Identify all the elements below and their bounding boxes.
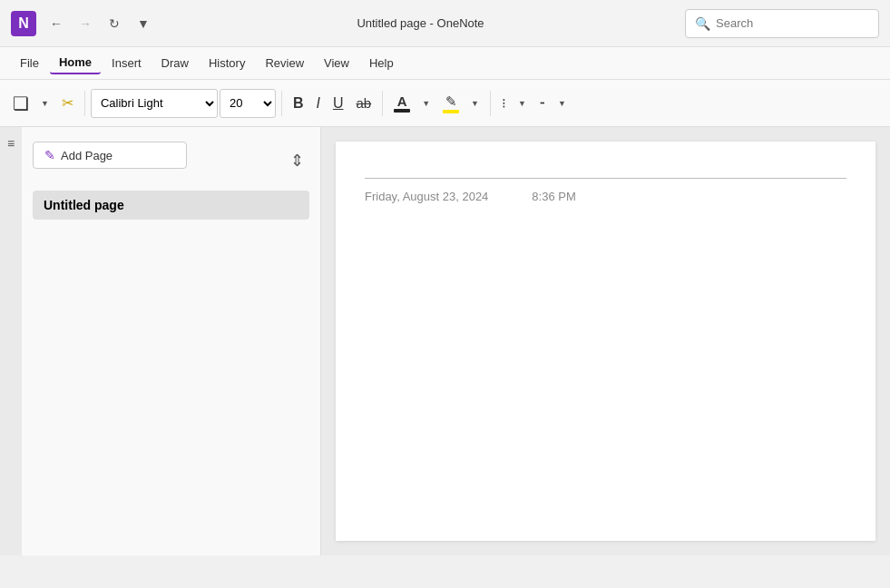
note-title-line bbox=[365, 171, 846, 179]
font-size-select[interactable]: 20 891011 12141618 242836 bbox=[220, 89, 276, 118]
separator-4 bbox=[490, 91, 491, 116]
highlight-dropdown-icon: ▼ bbox=[471, 99, 479, 108]
collapse-bar: ≡ bbox=[0, 127, 22, 555]
window-title: Untitled page - OneNote bbox=[163, 16, 678, 30]
font-color-group: A ▼ bbox=[388, 88, 435, 119]
bold-icon: B bbox=[293, 95, 304, 112]
clipboard-group: ❏ ▼ bbox=[7, 88, 54, 119]
bullets-icon: ⁝ bbox=[502, 95, 506, 112]
menu-history[interactable]: History bbox=[200, 53, 254, 74]
highlight-group: ✎ ▼ bbox=[437, 88, 484, 119]
menu-review[interactable]: Review bbox=[256, 53, 313, 74]
forward-button[interactable]: → bbox=[73, 11, 98, 36]
font-family-select[interactable]: Calibri Light Arial Times New Roman bbox=[91, 89, 218, 118]
bullets-button[interactable]: ⁝ bbox=[496, 88, 512, 119]
underline-icon: U bbox=[333, 95, 344, 112]
separator-3 bbox=[382, 91, 383, 116]
toolbar: ❏ ▼ ✂ Calibri Light Arial Times New Roma… bbox=[0, 80, 890, 127]
page-list-item[interactable]: Untitled page bbox=[33, 191, 309, 220]
font-color-dropdown-button[interactable]: ▼ bbox=[416, 88, 435, 119]
note-time: 8:36 PM bbox=[532, 190, 575, 203]
menu-home[interactable]: Home bbox=[50, 52, 101, 74]
numbered-list-group: ⁃ ▼ bbox=[533, 88, 572, 119]
collapse-icon[interactable]: ≡ bbox=[7, 136, 15, 151]
page-panel: ✎ Add Page ⇕ Untitled page bbox=[22, 127, 321, 555]
format-painter-button[interactable]: ✂ bbox=[56, 88, 79, 119]
menu-view[interactable]: View bbox=[315, 53, 358, 74]
add-page-icon: ✎ bbox=[44, 148, 55, 162]
history-dropdown-button[interactable]: ▼ bbox=[131, 11, 156, 36]
italic-icon: I bbox=[316, 95, 319, 112]
back-button[interactable]: ← bbox=[44, 11, 69, 36]
add-page-button[interactable]: ✎ Add Page bbox=[33, 142, 187, 169]
page-item-label: Untitled page bbox=[44, 198, 124, 212]
clipboard-button[interactable]: ❏ bbox=[7, 88, 34, 119]
numbered-list-dropdown-icon: ▼ bbox=[558, 99, 566, 108]
bold-button[interactable]: B bbox=[288, 88, 309, 119]
menu-help[interactable]: Help bbox=[360, 53, 403, 74]
clipboard-icon: ❏ bbox=[13, 93, 29, 114]
numbered-list-icon: ⁃ bbox=[539, 95, 546, 112]
content-area: ≡ ✎ Add Page ⇕ Untitled page Friday, Aug… bbox=[0, 127, 890, 555]
font-color-dropdown-icon: ▼ bbox=[422, 99, 430, 108]
numbered-list-button[interactable]: ⁃ bbox=[533, 88, 552, 119]
title-bar: N ← → ↻ ▼ Untitled page - OneNote 🔍 bbox=[0, 0, 890, 47]
numbered-list-dropdown-button[interactable]: ▼ bbox=[553, 88, 572, 119]
note-area[interactable]: Friday, August 23, 2024 8:36 PM bbox=[336, 142, 875, 541]
search-input[interactable] bbox=[716, 16, 869, 30]
sort-pages-button[interactable]: ⇕ bbox=[285, 145, 309, 176]
bullets-group: ⁝ ▼ bbox=[496, 88, 532, 119]
note-header: Friday, August 23, 2024 8:36 PM bbox=[336, 142, 875, 211]
highlight-button[interactable]: ✎ bbox=[437, 88, 465, 119]
separator-2 bbox=[281, 91, 282, 116]
menu-bar: File Home Insert Draw History Review Vie… bbox=[0, 47, 890, 80]
bullets-dropdown-button[interactable]: ▼ bbox=[513, 88, 532, 119]
font-color-icon: A bbox=[394, 93, 410, 113]
menu-draw[interactable]: Draw bbox=[152, 53, 198, 74]
onenote-logo: N bbox=[11, 11, 36, 36]
add-page-label: Add Page bbox=[61, 149, 112, 162]
search-box[interactable]: 🔍 bbox=[685, 9, 879, 38]
menu-insert[interactable]: Insert bbox=[103, 53, 151, 74]
strikethrough-button[interactable]: ab bbox=[351, 88, 377, 119]
sort-icon: ⇕ bbox=[290, 151, 304, 171]
undo-button[interactable]: ↻ bbox=[102, 11, 127, 36]
clipboard-dropdown-icon: ▼ bbox=[41, 99, 49, 108]
font-color-button[interactable]: A bbox=[388, 88, 416, 119]
underline-button[interactable]: U bbox=[328, 88, 349, 119]
highlight-dropdown-button[interactable]: ▼ bbox=[465, 88, 484, 119]
note-date: Friday, August 23, 2024 bbox=[365, 190, 488, 203]
format-painter-icon: ✂ bbox=[62, 94, 73, 112]
italic-button[interactable]: I bbox=[310, 88, 325, 119]
highlight-icon: ✎ bbox=[443, 93, 459, 113]
title-bar-nav: ← → ↻ ▼ bbox=[44, 11, 156, 36]
note-meta: Friday, August 23, 2024 8:36 PM bbox=[365, 186, 846, 203]
separator-1 bbox=[84, 91, 85, 116]
search-icon: 🔍 bbox=[695, 16, 710, 31]
menu-file[interactable]: File bbox=[11, 53, 48, 74]
clipboard-dropdown-button[interactable]: ▼ bbox=[35, 88, 54, 119]
bullets-dropdown-icon: ▼ bbox=[518, 99, 526, 108]
strikethrough-icon: ab bbox=[357, 95, 372, 111]
